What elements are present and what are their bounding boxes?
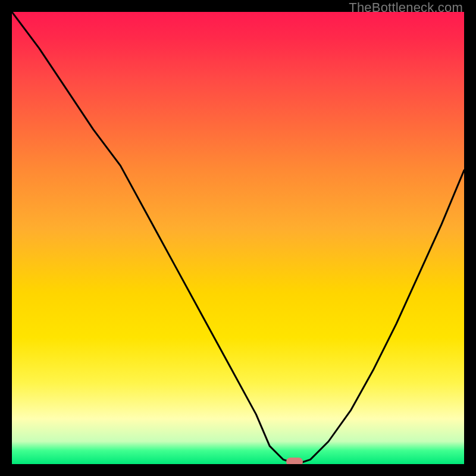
plot-area xyxy=(12,12,464,464)
bottleneck-curve xyxy=(12,12,464,464)
optimum-marker xyxy=(286,458,303,464)
chart-frame: TheBottleneck.com xyxy=(0,0,476,476)
curve-svg xyxy=(12,12,464,464)
